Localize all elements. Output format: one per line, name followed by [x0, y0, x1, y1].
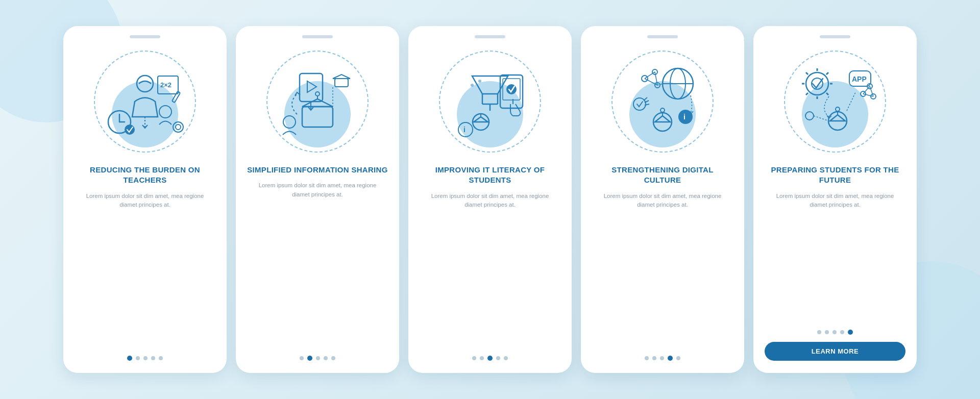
card-2-title: SIMPLIFIED INFORMATION SHARING [247, 165, 387, 175]
svg-point-17 [315, 92, 320, 96]
card-4-body: Lorem ipsum dolor sit dim amet, mea regi… [592, 192, 733, 210]
dot-4-2 [652, 356, 656, 360]
dot-3-4 [496, 356, 500, 360]
svg-point-6 [159, 106, 172, 118]
learn-more-button[interactable]: LEARN MORE [765, 342, 905, 361]
svg-marker-78 [830, 115, 845, 121]
dot-1-1 [127, 356, 132, 361]
svg-text:2×2: 2×2 [160, 81, 172, 89]
teachers-illustration-svg: 2×2 [99, 56, 191, 147]
card-future: APP [753, 26, 917, 373]
dot-2-1 [300, 356, 304, 360]
svg-point-37 [471, 84, 474, 87]
literacy-illustration-svg: i [444, 56, 536, 147]
card-info-sharing: SIMPLIFIED INFORMATION SHARING Lorem ips… [236, 26, 399, 373]
svg-point-11 [176, 124, 181, 130]
svg-line-65 [806, 72, 808, 74]
illustration-digital: i [606, 45, 719, 158]
phone-notch-3 [475, 35, 505, 38]
card-reducing-burden: 2×2 REDUCING THE BURDEN ON TEACHERS Lore… [63, 26, 227, 373]
dot-1-4 [151, 356, 155, 360]
dot-2-5 [331, 356, 335, 360]
dot-4-3 [660, 356, 664, 360]
card-3-dots [472, 347, 508, 361]
dot-5-4 [840, 330, 844, 334]
svg-point-56 [660, 108, 665, 112]
phone-notch-2 [302, 35, 333, 38]
svg-line-67 [826, 72, 828, 74]
svg-line-83 [847, 92, 855, 111]
svg-marker-18 [333, 74, 350, 79]
svg-line-82 [814, 116, 829, 121]
cards-container: 2×2 REDUCING THE BURDEN ON TEACHERS Lore… [43, 11, 937, 388]
card-2-body: Lorem ipsum dolor sit dim amet, mea regi… [247, 181, 388, 199]
card-4-dots [645, 347, 680, 361]
svg-line-45 [645, 72, 655, 79]
svg-marker-54 [655, 116, 670, 122]
dot-5-5 [848, 330, 853, 335]
svg-point-30 [506, 84, 517, 94]
illustration-sharing [261, 45, 374, 158]
svg-point-35 [458, 122, 473, 137]
card-1-body: Lorem ipsum dolor sit dim amet, mea regi… [75, 192, 215, 210]
dot-1-2 [136, 356, 140, 360]
phone-notch-5 [820, 35, 850, 38]
svg-marker-33 [474, 117, 488, 122]
card-digital-culture: i STRENGTHENING DIGITAL CULTURE Lorem ip… [581, 26, 744, 373]
dot-3-5 [504, 356, 508, 360]
svg-point-20 [283, 116, 296, 128]
svg-marker-15 [302, 99, 333, 107]
dot-3-1 [472, 356, 476, 360]
card-5-title: PREPARING STUDENTS FOR THE FUTURE [765, 165, 905, 186]
digital-illustration-svg: i [617, 56, 708, 147]
svg-line-46 [645, 79, 657, 85]
dot-3-2 [480, 356, 484, 360]
dot-4-5 [676, 356, 680, 360]
phone-notch-4 [647, 35, 678, 38]
illustration-literacy: i [434, 45, 546, 158]
card-5-body: Lorem ipsum dolor sit dim amet, mea regi… [765, 192, 905, 210]
svg-text:i: i [463, 126, 465, 134]
dot-5-1 [817, 330, 821, 334]
dot-1-3 [143, 356, 148, 360]
svg-line-74 [863, 86, 870, 94]
svg-point-81 [805, 112, 814, 120]
svg-text:i: i [683, 113, 685, 121]
illustration-future: APP [779, 45, 891, 158]
phone-notch [130, 35, 160, 38]
sharing-illustration-svg [272, 56, 363, 147]
svg-point-38 [478, 80, 481, 83]
future-illustration-svg: APP [789, 56, 881, 147]
svg-point-10 [173, 122, 183, 132]
svg-line-66 [826, 93, 828, 95]
svg-line-50 [644, 97, 647, 101]
card-it-literacy: i IMPROVING IT LITERACY OF STUDENTS Lore… [408, 26, 572, 373]
dot-5-3 [832, 330, 837, 334]
svg-rect-19 [335, 79, 348, 87]
dot-2-4 [324, 356, 328, 360]
svg-rect-12 [300, 73, 323, 102]
card-1-dots [127, 347, 163, 361]
dot-2-3 [316, 356, 320, 360]
card-3-title: IMPROVING IT LITERACY OF STUDENTS [420, 165, 560, 186]
dot-4-4 [668, 356, 673, 361]
svg-point-59 [806, 72, 828, 95]
svg-point-80 [836, 107, 840, 111]
card-4-title: STRENGTHENING DIGITAL CULTURE [592, 165, 733, 186]
svg-rect-14 [302, 107, 333, 127]
card-5-dots [817, 321, 853, 335]
card-2-dots [300, 347, 335, 361]
svg-point-7 [125, 124, 135, 135]
card-3-body: Lorem ipsum dolor sit dim amet, mea regi… [420, 192, 560, 210]
card-1-title: REDUCING THE BURDEN ON TEACHERS [75, 165, 215, 186]
svg-rect-9 [172, 91, 180, 103]
dot-3-3 [487, 356, 493, 361]
svg-point-57 [678, 110, 693, 124]
dot-5-2 [825, 330, 829, 334]
svg-line-68 [806, 93, 808, 95]
dot-2-2 [307, 356, 312, 361]
illustration-teachers: 2×2 [89, 45, 201, 158]
svg-text:APP: APP [852, 75, 867, 83]
dot-4-1 [645, 356, 649, 360]
svg-marker-13 [307, 81, 316, 92]
